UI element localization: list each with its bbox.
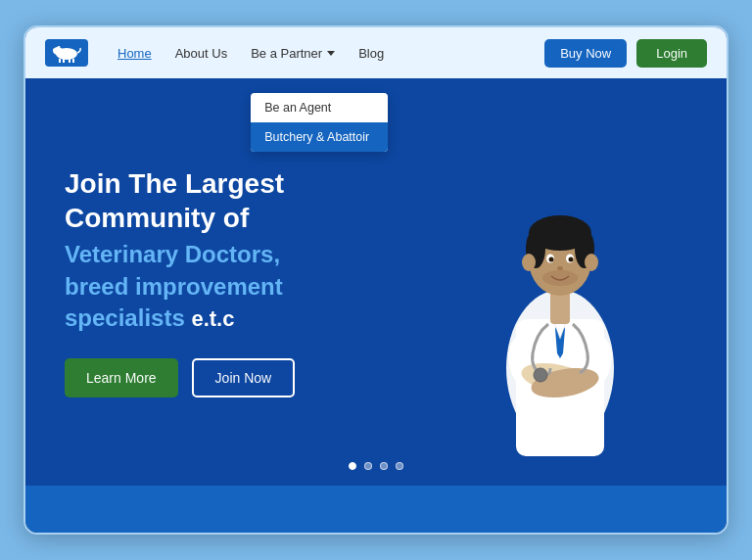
svg-rect-4 [69, 59, 70, 63]
logo-icon [45, 39, 88, 67]
login-button[interactable]: Login [636, 39, 707, 68]
bottom-section [25, 486, 727, 533]
hero-buttons: Learn More Join Now [65, 358, 295, 397]
svg-point-6 [53, 49, 57, 52]
nav-blog-link[interactable]: Blog [358, 46, 384, 61]
hero-title-line1: Join The Largest Community of [65, 166, 295, 235]
svg-point-26 [557, 266, 563, 270]
nav-partner-label: Be a Partner [251, 46, 322, 61]
svg-point-25 [569, 257, 574, 262]
doctor-image [452, 153, 668, 486]
slide-indicator-1[interactable] [349, 462, 356, 470]
svg-point-29 [585, 254, 598, 271]
join-now-button[interactable]: Join Now [192, 358, 296, 397]
svg-point-16 [534, 368, 547, 382]
learn-more-button[interactable]: Learn More [65, 358, 178, 397]
hero-content: Join The Largest Community of Veterinary… [65, 166, 295, 397]
svg-point-7 [58, 46, 61, 48]
svg-point-24 [549, 257, 554, 262]
svg-point-27 [542, 270, 578, 286]
nav-partner-wrapper: Be a Partner Be an Agent Butchery & Abat… [251, 46, 335, 61]
logo-cow-icon [49, 43, 84, 63]
hero-title-suffix: e.t.c [191, 306, 234, 331]
nav-partner-link[interactable]: Be a Partner [251, 46, 335, 61]
svg-point-28 [522, 254, 536, 271]
nav-about-link[interactable]: About Us [175, 46, 227, 61]
navbar: Home About Us Be a Partner Be an Agent B… [25, 27, 727, 78]
nav-home-link[interactable]: Home [118, 46, 152, 61]
partner-dropdown: Be an Agent Butchery & Abattoir [251, 93, 388, 152]
nav-buttons: Buy Now Login [544, 39, 707, 68]
doctor-figure [462, 172, 658, 486]
slide-indicators [349, 462, 403, 470]
svg-rect-5 [72, 59, 74, 63]
svg-rect-3 [63, 59, 65, 63]
dropdown-item-agent[interactable]: Be an Agent [251, 93, 388, 122]
slide-indicator-3[interactable] [380, 462, 388, 470]
browser-window: Home About Us Be a Partner Be an Agent B… [24, 25, 728, 535]
chevron-down-icon [327, 51, 335, 56]
nav-links: Home About Us Be a Partner Be an Agent B… [118, 46, 544, 61]
dropdown-item-butchery[interactable]: Butchery & Abattoir [251, 122, 388, 152]
slide-indicator-2[interactable] [364, 462, 372, 470]
hero-title-colored: Veterinary Doctors,breed improvementspec… [65, 239, 295, 334]
svg-rect-2 [59, 59, 61, 63]
slide-indicator-4[interactable] [396, 462, 403, 470]
buy-now-button[interactable]: Buy Now [544, 39, 627, 68]
logo-area [45, 39, 88, 67]
